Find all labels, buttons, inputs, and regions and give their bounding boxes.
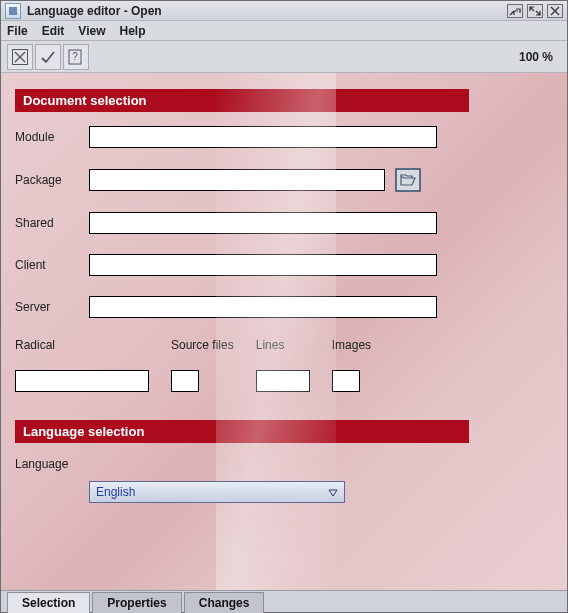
lines-input[interactable] bbox=[256, 370, 310, 392]
content-area: Document selection Module Package Shared… bbox=[1, 73, 567, 590]
close-button[interactable] bbox=[547, 4, 563, 18]
lines-label: Lines bbox=[256, 338, 310, 352]
package-label: Package bbox=[15, 173, 89, 187]
maximize-button[interactable] bbox=[527, 4, 543, 18]
document-selection-header: Document selection bbox=[15, 89, 469, 112]
images-input[interactable] bbox=[332, 370, 360, 392]
shared-input[interactable] bbox=[89, 212, 437, 234]
tab-changes[interactable]: Changes bbox=[184, 592, 265, 613]
radical-label: Radical bbox=[15, 338, 149, 352]
menu-file[interactable]: File bbox=[7, 24, 28, 38]
tab-selection[interactable]: Selection bbox=[7, 592, 90, 613]
language-selection-header: Language selection bbox=[15, 420, 469, 443]
language-select[interactable]: English bbox=[89, 481, 345, 503]
language-selected-value: English bbox=[96, 485, 135, 499]
titlebar: Language editor - Open bbox=[1, 1, 567, 21]
chevron-down-icon bbox=[328, 487, 338, 501]
toolbar: ? 100 % bbox=[1, 41, 567, 73]
svg-text:?: ? bbox=[72, 51, 78, 62]
menubar: File Edit View Help bbox=[1, 21, 567, 41]
menu-help[interactable]: Help bbox=[119, 24, 145, 38]
server-label: Server bbox=[15, 300, 89, 314]
menu-edit[interactable]: Edit bbox=[42, 24, 65, 38]
server-input[interactable] bbox=[89, 296, 437, 318]
folder-open-icon bbox=[400, 174, 416, 186]
package-browse-button[interactable] bbox=[395, 168, 421, 192]
menu-view[interactable]: View bbox=[78, 24, 105, 38]
client-label: Client bbox=[15, 258, 89, 272]
zoom-level: 100 % bbox=[519, 50, 553, 64]
tab-properties[interactable]: Properties bbox=[92, 592, 181, 613]
cancel-button[interactable] bbox=[7, 44, 33, 70]
window-title: Language editor - Open bbox=[27, 4, 162, 18]
confirm-button[interactable] bbox=[35, 44, 61, 70]
module-input[interactable] bbox=[89, 126, 437, 148]
language-editor-window: Language editor - Open File Edit View He… bbox=[0, 0, 568, 613]
package-input[interactable] bbox=[89, 169, 385, 191]
language-label: Language bbox=[15, 457, 89, 471]
client-input[interactable] bbox=[89, 254, 437, 276]
module-label: Module bbox=[15, 130, 89, 144]
help-button[interactable]: ? bbox=[63, 44, 89, 70]
bottom-tabs: Selection Properties Changes bbox=[1, 590, 567, 612]
source-files-input[interactable] bbox=[171, 370, 199, 392]
app-icon bbox=[5, 3, 21, 19]
source-files-label: Source files bbox=[171, 338, 234, 352]
shared-label: Shared bbox=[15, 216, 89, 230]
minimize-button[interactable] bbox=[507, 4, 523, 18]
images-label: Images bbox=[332, 338, 371, 352]
radical-input[interactable] bbox=[15, 370, 149, 392]
